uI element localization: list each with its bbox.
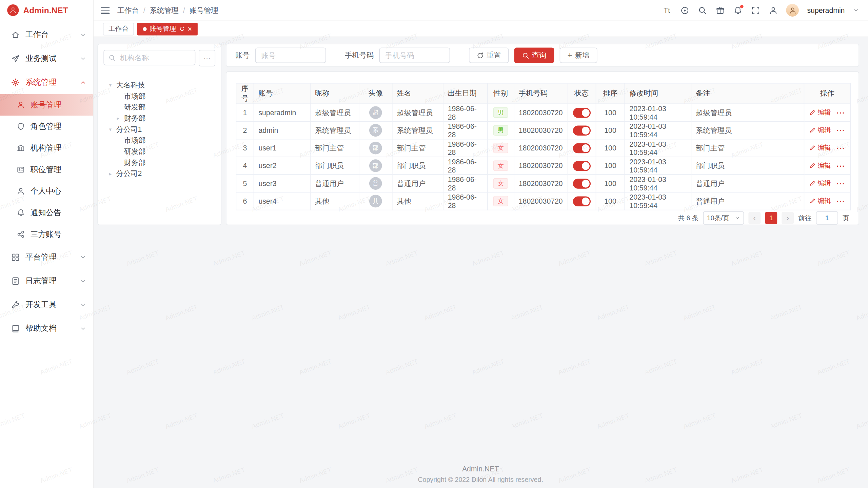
add-button[interactable]: + 新增: [560, 47, 597, 63]
breadcrumb-item[interactable]: 账号管理: [190, 5, 218, 15]
profile-icon[interactable]: [768, 5, 778, 15]
reset-button[interactable]: 重置: [469, 47, 509, 63]
font-size-icon[interactable]: Tt: [662, 5, 672, 15]
chevron-down-icon[interactable]: [853, 7, 859, 13]
cell-order: 100: [596, 139, 625, 157]
row-more-button[interactable]: ···: [836, 162, 845, 170]
sidebar-item-label: 开发工具: [25, 300, 56, 309]
chevron-down-icon: [80, 278, 86, 284]
sidebar-item-label: 职位管理: [31, 165, 61, 175]
sidebar-item-dev-tools[interactable]: 开发工具: [0, 293, 93, 317]
close-icon[interactable]: ×: [188, 25, 192, 32]
tree-node[interactable]: ▸财务部: [103, 113, 215, 124]
fullscreen-icon[interactable]: [751, 5, 760, 15]
tree-node[interactable]: 财务部: [103, 157, 215, 168]
row-more-button[interactable]: ···: [836, 180, 845, 188]
query-button[interactable]: 查询: [514, 47, 554, 63]
tree-node[interactable]: ▸分公司2: [103, 168, 215, 179]
tree-node[interactable]: ▾大名科技: [103, 80, 215, 91]
tree-node[interactable]: 研发部: [103, 102, 215, 113]
tree-node[interactable]: ▾分公司1: [103, 124, 215, 135]
caret-expanded-icon[interactable]: ▾: [109, 127, 116, 132]
breadcrumb-item[interactable]: 工作台: [117, 5, 139, 15]
cell-modified-time: 2023-01-03 10:59:44: [625, 192, 691, 210]
chevron-down-icon: [80, 301, 86, 308]
column-header: 头像: [359, 83, 392, 104]
caret-collapsed-icon[interactable]: ▸: [117, 116, 124, 121]
edit-button[interactable]: 编辑: [809, 179, 831, 188]
user-avatar[interactable]: [786, 4, 799, 17]
search-icon: [522, 52, 529, 59]
search-icon[interactable]: [697, 5, 707, 15]
tree-node-label: 研发部: [124, 147, 146, 157]
gift-icon[interactable]: [715, 5, 725, 15]
logo[interactable]: Admin.NET: [0, 0, 93, 20]
account-filter-input[interactable]: [255, 47, 326, 63]
sidebar-item-account-manage[interactable]: 账号管理: [0, 94, 93, 116]
cell-order: 100: [596, 175, 625, 192]
column-header: 排序: [596, 83, 625, 104]
cell-modified-time: 2023-01-03 10:59:44: [625, 139, 691, 157]
sidebar-item-help-docs[interactable]: 帮助文档: [0, 317, 93, 340]
edit-button[interactable]: 编辑: [809, 196, 831, 206]
edit-button[interactable]: 编辑: [809, 108, 831, 117]
breadcrumb-item[interactable]: 系统管理: [150, 5, 179, 15]
phone-filter-input[interactable]: [379, 47, 450, 63]
pencil-icon: [809, 127, 816, 134]
gender-badge: 女: [493, 160, 508, 171]
goto-page-input[interactable]: [816, 211, 838, 225]
status-toggle[interactable]: [573, 161, 590, 170]
cell-name: 部门职员: [392, 157, 443, 175]
sidebar-item-position-manage[interactable]: 职位管理: [0, 159, 93, 181]
gender-badge: 女: [493, 178, 508, 189]
status-toggle[interactable]: [573, 143, 590, 153]
status-toggle[interactable]: [573, 179, 590, 188]
org-more-button[interactable]: ···: [199, 50, 215, 66]
sidebar-item-system-manage[interactable]: 系统管理: [0, 70, 93, 94]
tree-node[interactable]: 市场部: [103, 135, 215, 146]
edit-button[interactable]: 编辑: [809, 125, 831, 135]
status-toggle[interactable]: [573, 108, 590, 118]
sidebar-item-label: 平台管理: [25, 252, 56, 262]
refresh-icon: [477, 52, 484, 59]
refresh-icon[interactable]: [179, 26, 185, 32]
table-header-row: 序号 账号 昵称 头像 姓名 出生日期 性别 手机号码 状态 排序 修改时间 备…: [236, 83, 850, 104]
tab-workbench[interactable]: 工作台: [103, 22, 134, 35]
username[interactable]: superadmin: [807, 6, 845, 14]
sidebar-item-workbench[interactable]: 工作台: [0, 23, 93, 46]
sidebar-item-notice[interactable]: 通知公告: [0, 202, 93, 224]
sidebar-item-role-manage[interactable]: 角色管理: [0, 116, 93, 137]
caret-collapsed-icon[interactable]: ▸: [109, 171, 116, 176]
tree-node-label: 财务部: [124, 158, 146, 167]
bell-icon[interactable]: [733, 5, 743, 15]
collapse-menu-icon[interactable]: [101, 7, 110, 14]
row-more-button[interactable]: ···: [836, 109, 845, 117]
org-search-input[interactable]: [119, 53, 191, 62]
target-icon[interactable]: [680, 5, 689, 15]
shield-icon: [17, 122, 25, 130]
tree-node[interactable]: 市场部: [103, 91, 215, 102]
page-size-select[interactable]: 10条/页: [703, 211, 744, 225]
row-more-button[interactable]: ···: [836, 198, 845, 206]
caret-expanded-icon[interactable]: ▾: [109, 82, 116, 88]
cell-nickname: 部门主管: [310, 139, 359, 157]
pencil-icon: [809, 198, 816, 204]
sidebar-item-log-manage[interactable]: 日志管理: [0, 269, 93, 292]
edit-button[interactable]: 编辑: [809, 161, 831, 170]
prev-page-button[interactable]: ‹: [748, 212, 761, 224]
page-number-button[interactable]: 1: [765, 212, 777, 224]
row-more-button[interactable]: ···: [836, 145, 845, 153]
edit-button[interactable]: 编辑: [809, 143, 831, 152]
sidebar-item-personal-center[interactable]: 个人中心: [0, 180, 93, 202]
tab-account-manage[interactable]: 账号管理 ×: [137, 22, 197, 35]
sidebar-item-third-account[interactable]: 三方账号: [0, 224, 93, 245]
status-toggle[interactable]: [573, 125, 590, 135]
status-toggle[interactable]: [573, 196, 590, 206]
sidebar-item-platform-manage[interactable]: 平台管理: [0, 245, 93, 269]
sidebar-item-business-test[interactable]: 业务测试: [0, 46, 93, 70]
row-more-button[interactable]: ···: [836, 127, 845, 135]
tree-node[interactable]: 研发部: [103, 146, 215, 157]
tree-node-label: 分公司1: [116, 124, 142, 134]
sidebar-item-org-manage[interactable]: 机构管理: [0, 137, 93, 159]
next-page-button[interactable]: ›: [782, 212, 794, 224]
